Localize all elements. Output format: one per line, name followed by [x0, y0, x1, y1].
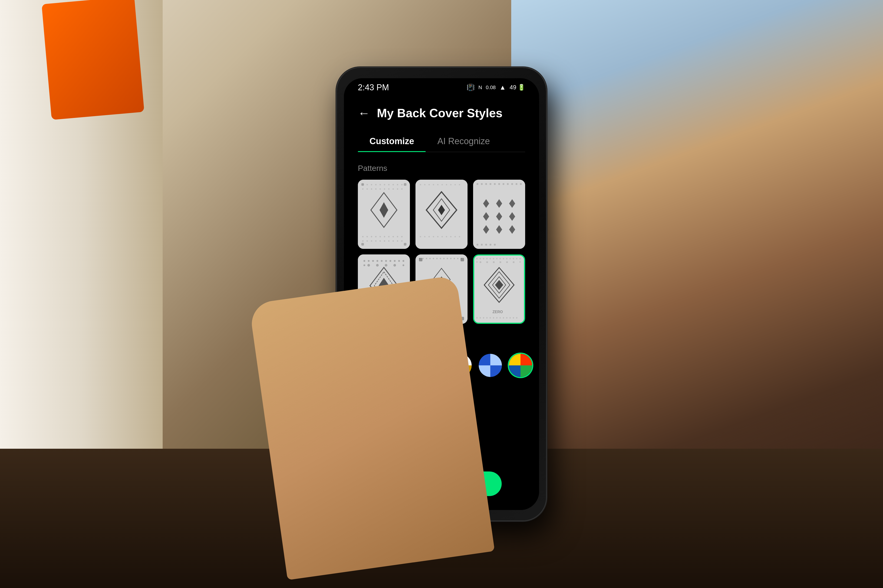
svg-rect-159 [516, 258, 517, 259]
svg-rect-13 [371, 188, 372, 190]
svg-rect-93 [481, 244, 483, 245]
svg-point-108 [363, 264, 365, 266]
svg-rect-23 [362, 236, 364, 237]
svg-rect-209 [490, 354, 502, 365]
svg-rect-78 [502, 183, 504, 184]
svg-rect-66 [441, 236, 443, 237]
svg-point-107 [402, 260, 404, 262]
svg-rect-61 [420, 236, 421, 237]
color-circle-5[interactable] [479, 354, 502, 377]
svg-rect-77 [498, 183, 500, 184]
svg-rect-33 [362, 240, 364, 242]
tab-customize[interactable]: Customize [358, 132, 426, 152]
pattern-svg-3 [473, 180, 525, 249]
svg-rect-49 [424, 184, 426, 185]
svg-rect-37 [379, 240, 381, 242]
svg-rect-56 [454, 184, 456, 185]
phone-wrapper: 2:43 PM 📳 N 0.08 ▲ 49 🔋 ← My Back [337, 68, 546, 520]
svg-rect-81 [516, 183, 517, 184]
svg-rect-133 [454, 258, 455, 259]
bg-orange-object [42, 0, 144, 120]
pattern-card-3[interactable] [473, 180, 525, 249]
svg-point-110 [376, 264, 379, 267]
svg-rect-82 [520, 183, 522, 184]
svg-rect-164 [493, 261, 495, 263]
battery-icon-symbol: 🔋 [518, 84, 525, 91]
svg-rect-147 [476, 258, 477, 259]
svg-rect-69 [454, 236, 456, 237]
svg-rect-167 [513, 261, 514, 263]
svg-rect-51 [433, 184, 434, 185]
svg-rect-41 [397, 240, 398, 242]
svg-rect-211 [490, 365, 502, 377]
svg-point-98 [363, 260, 365, 262]
svg-rect-74 [485, 183, 487, 184]
svg-rect-184 [510, 317, 511, 318]
svg-rect-36 [375, 240, 377, 242]
svg-rect-43 [361, 183, 364, 186]
svg-rect-50 [429, 184, 430, 185]
color-circle-svg-6 [509, 354, 532, 377]
svg-rect-134 [457, 258, 459, 259]
data-icon: 0.08 [486, 84, 496, 90]
svg-rect-72 [477, 183, 478, 184]
status-time: 2:43 PM [358, 82, 389, 92]
svg-rect-27 [379, 236, 381, 237]
svg-rect-17 [388, 188, 390, 190]
svg-rect-183 [506, 317, 507, 318]
svg-rect-68 [450, 236, 451, 237]
svg-rect-177 [486, 317, 487, 318]
pattern-card-1[interactable] [358, 180, 410, 249]
svg-rect-124 [423, 258, 424, 259]
svg-rect-76 [494, 183, 496, 184]
svg-rect-181 [499, 317, 501, 318]
svg-rect-157 [510, 258, 511, 259]
svg-rect-52 [437, 184, 438, 185]
svg-rect-152 [493, 258, 494, 259]
svg-rect-148 [480, 258, 481, 259]
svg-rect-2 [366, 184, 368, 185]
svg-rect-168 [519, 261, 520, 262]
back-button[interactable]: ← [358, 107, 370, 119]
svg-point-105 [394, 260, 396, 262]
svg-rect-4 [375, 184, 377, 185]
svg-rect-45 [361, 243, 364, 245]
svg-rect-154 [499, 258, 501, 259]
svg-point-109 [367, 264, 370, 267]
svg-rect-151 [490, 258, 491, 259]
svg-point-106 [398, 260, 400, 262]
page-title: My Back Cover Styles [377, 106, 502, 120]
vibrate-icon: 📳 [466, 84, 475, 91]
svg-rect-42 [401, 240, 403, 242]
svg-rect-39 [388, 240, 390, 242]
svg-rect-185 [513, 317, 514, 318]
svg-rect-80 [511, 183, 513, 184]
svg-rect-46 [404, 243, 406, 245]
svg-rect-216 [520, 365, 532, 377]
svg-point-104 [390, 260, 391, 262]
svg-rect-153 [496, 258, 498, 259]
svg-rect-8 [393, 184, 394, 185]
svg-point-103 [385, 260, 387, 262]
svg-point-101 [376, 260, 378, 262]
svg-rect-127 [433, 258, 434, 259]
svg-rect-57 [459, 184, 460, 185]
color-circle-6[interactable] [509, 354, 532, 377]
battery-level: 49 [510, 84, 516, 91]
pattern-svg-2 [415, 180, 468, 249]
svg-rect-180 [496, 317, 498, 318]
svg-rect-94 [485, 244, 487, 245]
svg-rect-67 [446, 236, 447, 237]
svg-rect-12 [366, 188, 368, 190]
svg-rect-3 [371, 184, 372, 185]
svg-rect-132 [450, 258, 451, 259]
svg-point-99 [368, 260, 370, 262]
svg-rect-160 [519, 258, 520, 259]
svg-rect-16 [384, 188, 385, 190]
svg-rect-158 [513, 258, 514, 259]
pattern-card-6[interactable]: ZERO [473, 254, 525, 324]
svg-rect-96 [494, 244, 496, 245]
svg-rect-149 [483, 258, 484, 259]
tab-ai-recognize[interactable]: AI Recognize [426, 132, 501, 152]
pattern-card-2[interactable] [415, 180, 468, 249]
